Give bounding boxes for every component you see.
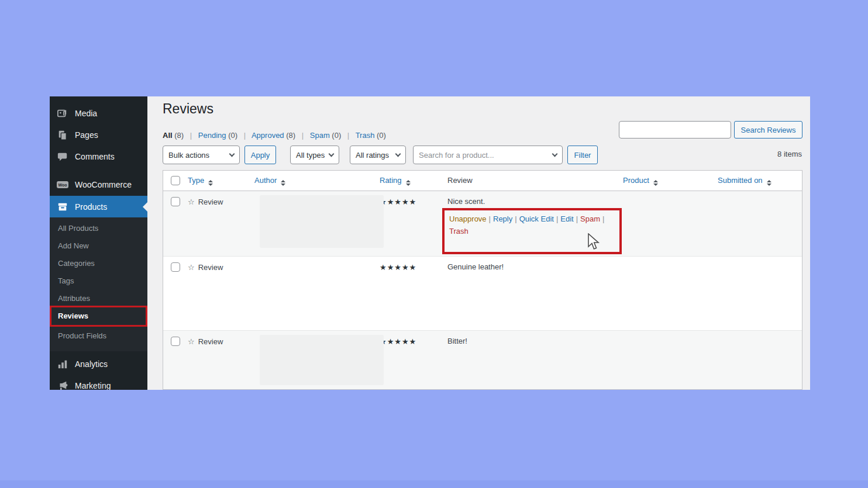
column-header-author[interactable]: Author (254, 171, 380, 191)
select-row-checkbox[interactable] (171, 337, 180, 346)
sidebar-item-analytics[interactable]: Analytics (50, 355, 147, 373)
sidebar-item-label: Media (75, 109, 97, 118)
filter-label: Trash (356, 131, 375, 140)
chevron-down-icon (552, 151, 558, 157)
action-separator: | (576, 214, 578, 223)
sidebar-subitem-all-products[interactable]: All Products (50, 220, 147, 237)
redacted-author-block (260, 195, 384, 248)
sidebar-subitem-attributes[interactable]: Attributes (50, 290, 147, 307)
table-row: ☆Review ★★★★★ Bitter! (163, 330, 802, 390)
select-all-checkbox[interactable] (171, 176, 180, 185)
subitem-label: Reviews (58, 312, 88, 320)
filter-label: Pending (198, 131, 226, 140)
status-filter-links: All (8) | Pending (0) | Approved (8) | S… (163, 130, 386, 141)
type-filter-value: All types (296, 151, 325, 160)
reviews-table: Type Author Rating Review Product (163, 170, 802, 390)
sort-arrows-icon (767, 180, 771, 186)
type-cell: ☆Review (188, 257, 254, 330)
column-header-product[interactable]: Product (623, 171, 718, 191)
sidebar-item-comments[interactable]: Comments (50, 147, 147, 167)
list-toolbar: Bulk actions Apply All types All ratings… (147, 146, 810, 164)
product-search-select[interactable]: Search for a product... (413, 146, 563, 164)
sidebar-item-pages[interactable]: Pages (50, 125, 147, 145)
column-label: Rating (380, 176, 402, 185)
select-row-checkbox[interactable] (171, 262, 180, 272)
action-spam[interactable]: Spam (580, 214, 600, 223)
action-separator: | (602, 214, 604, 223)
sidebar-subitem-categories[interactable]: Categories (50, 255, 147, 272)
filter-label: All (163, 131, 173, 140)
wordpress-admin-screenshot: Media Pages Comments Woo WooCommerce (50, 96, 810, 390)
rating-stars: ★★★★★ (380, 257, 432, 330)
column-header-type[interactable]: Type (188, 171, 254, 191)
apply-button[interactable]: Apply (244, 146, 276, 164)
author-cell (254, 257, 380, 330)
filter-link-pending[interactable]: Pending (0) (198, 131, 237, 140)
sidebar-subitem-tags[interactable]: Tags (50, 273, 147, 289)
sidebar-subitem-product-fields[interactable]: Product Fields (50, 328, 147, 344)
action-unapprove[interactable]: Unapprove (449, 214, 487, 223)
star-outline-icon: ☆ (188, 337, 195, 346)
filter-separator: | (347, 131, 349, 140)
rating-filter-select[interactable]: All ratings (350, 146, 406, 164)
column-header-rating[interactable]: Rating (380, 171, 432, 191)
sidebar-item-woocommerce[interactable]: Woo WooCommerce (50, 175, 147, 195)
sidebar-item-label: Analytics (75, 359, 108, 369)
analytics-icon (57, 358, 68, 370)
action-separator: | (489, 214, 491, 223)
chevron-down-icon (229, 151, 235, 157)
filter-count: (8) (286, 131, 295, 140)
slide-background: Media Pages Comments Woo WooCommerce (0, 0, 868, 488)
redacted-author-block (260, 335, 384, 385)
review-text: Bitter! (432, 331, 623, 390)
bulk-actions-value: Bulk actions (168, 151, 209, 160)
column-label: Review (447, 176, 473, 185)
sidebar-item-label: Marketing (75, 381, 111, 390)
bulk-actions-select[interactable]: Bulk actions (163, 146, 240, 164)
review-text: Genuine leather! (432, 257, 623, 330)
action-quick-edit[interactable]: Quick Edit (519, 214, 554, 223)
chevron-down-icon (395, 151, 401, 157)
sidebar-subitem-reviews[interactable]: Reviews (50, 308, 147, 324)
filter-count: (0) (228, 131, 237, 140)
column-header-review: Review (432, 171, 623, 191)
sidebar-item-media[interactable]: Media (50, 103, 147, 123)
page-title: Reviews (163, 101, 213, 117)
sidebar-item-label: WooCommerce (75, 180, 132, 189)
type-filter-select[interactable]: All types (290, 146, 339, 164)
sidebar-item-label: Products (75, 202, 107, 212)
filter-button[interactable]: Filter (567, 146, 598, 164)
select-row-checkbox[interactable] (171, 197, 180, 206)
subitem-label: Add New (58, 241, 89, 250)
product-cell (623, 331, 718, 390)
filter-link-approved[interactable]: Approved (8) (252, 131, 295, 140)
sidebar-subitem-add-new[interactable]: Add New (50, 238, 147, 254)
filter-separator: | (244, 131, 246, 140)
main-content: Reviews Search Reviews All (8) | Pending… (147, 96, 810, 390)
filter-separator: | (190, 131, 192, 140)
action-edit[interactable]: Edit (560, 214, 573, 223)
svg-text:Woo: Woo (58, 183, 67, 187)
column-label: Submitted on (718, 176, 763, 185)
type-cell: ☆Review (188, 331, 254, 390)
search-reviews-input[interactable] (619, 121, 731, 139)
filter-label: Spam (310, 131, 330, 140)
filter-link-all[interactable]: All (8) (163, 131, 184, 140)
subitem-label: Categories (58, 259, 95, 268)
filter-link-spam[interactable]: Spam (0) (310, 131, 341, 140)
type-cell: ☆Review (188, 191, 254, 256)
sort-arrows-icon (653, 180, 658, 186)
action-reply[interactable]: Reply (493, 214, 512, 223)
action-trash[interactable]: Trash (449, 227, 469, 236)
subitem-label: Tags (58, 276, 74, 285)
sidebar-item-products[interactable]: Products (50, 196, 147, 217)
submitted-on-cell (718, 257, 802, 330)
sort-arrows-icon (208, 180, 213, 186)
column-label: Type (188, 176, 204, 185)
action-separator: | (515, 214, 516, 223)
filter-link-trash[interactable]: Trash (0) (356, 131, 386, 140)
star-outline-icon: ☆ (188, 198, 195, 206)
sidebar-item-marketing[interactable]: Marketing (50, 377, 147, 390)
search-reviews-button[interactable]: Search Reviews (734, 121, 802, 139)
column-header-submitted-on[interactable]: Submitted on (718, 171, 802, 191)
